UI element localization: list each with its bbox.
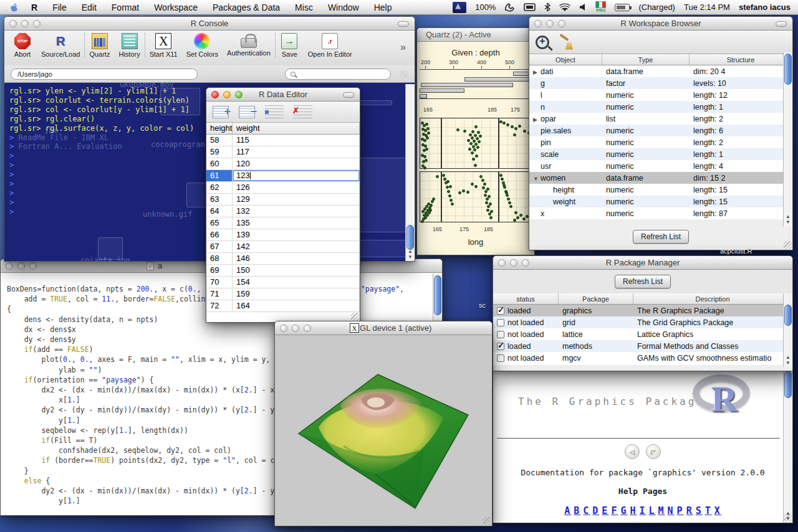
index-letter-link[interactable]: T — [705, 505, 712, 516]
minimize-button[interactable] — [292, 325, 299, 332]
volume-icon[interactable] — [579, 3, 587, 11]
scrollbar-thumb[interactable] — [406, 225, 414, 250]
close-button[interactable] — [6, 262, 13, 270]
desktop-icon-label[interactable]: sc — [479, 302, 486, 309]
index-letter-link[interactable]: G — [620, 505, 627, 516]
wifi-icon[interactable] — [559, 3, 570, 11]
close-button[interactable] — [211, 91, 219, 98]
menu-misc[interactable]: Misc — [287, 0, 320, 15]
document-proxy-icon[interactable]: r — [147, 262, 154, 270]
index-letter-link[interactable]: D — [592, 505, 599, 516]
workspace-row[interactable]: n numeric length: 1 — [529, 101, 792, 113]
column-package[interactable]: Package — [559, 293, 633, 304]
toolbar-button[interactable]: Open In Editor — [304, 33, 357, 58]
data-row[interactable]: 66 139 — [206, 229, 360, 241]
column-type[interactable]: Type — [602, 54, 690, 65]
scrollbar-arrows[interactable]: ▲▼ — [406, 249, 414, 260]
scrollbar-thumb[interactable] — [784, 305, 792, 326]
phone-icon[interactable] — [504, 2, 515, 12]
scrollbar-thumb[interactable] — [784, 371, 792, 398]
zoom-button[interactable] — [33, 20, 41, 27]
quartz-titlebar[interactable]: Quartz (2) - Active — [417, 28, 534, 42]
zoom-button[interactable] — [235, 91, 243, 98]
index-letter-link[interactable]: B — [574, 505, 580, 516]
refresh-list-button[interactable]: Refresh List — [633, 230, 689, 244]
load-checkbox[interactable] — [497, 343, 504, 350]
index-letter-link[interactable]: L — [649, 505, 656, 516]
cell-weight[interactable]: 117 — [233, 146, 360, 158]
cell-weight[interactable]: 123 — [233, 170, 360, 181]
cell-weight[interactable]: 120 — [233, 158, 360, 169]
apple-menu-icon[interactable] — [9, 2, 19, 12]
column-structure[interactable]: Structure — [690, 54, 792, 65]
load-checkbox[interactable] — [497, 331, 504, 338]
package-manager-titlebar[interactable]: R Package Manager — [493, 256, 792, 270]
minimize-button[interactable] — [546, 20, 554, 27]
zoom-button[interactable] — [29, 262, 37, 270]
workspace-row[interactable]: g factor levels: 10 — [529, 77, 792, 89]
close-button[interactable] — [498, 259, 506, 267]
scrollbar-arrows[interactable]: ▲▼ — [784, 214, 792, 225]
index-letter-link[interactable]: S — [696, 505, 703, 516]
cell-weight[interactable]: 159 — [233, 288, 360, 300]
workspace-row[interactable]: pin numeric length: 2 — [529, 136, 792, 148]
bluetooth-icon[interactable] — [544, 2, 550, 12]
column-description[interactable]: Description — [633, 293, 792, 304]
column-weight[interactable]: weight — [233, 123, 360, 134]
zoom-button[interactable] — [304, 325, 311, 332]
scrollbar-thumb[interactable] — [434, 275, 441, 315]
search-field[interactable] — [285, 69, 391, 80]
index-letter-link[interactable]: A — [564, 505, 571, 516]
index-letter-link[interactable]: I — [639, 505, 646, 516]
data-row[interactable]: 62 126 — [206, 182, 360, 194]
index-letter-link[interactable]: R — [686, 505, 693, 516]
menu-file[interactable]: File — [45, 0, 74, 15]
toolbar-button[interactable]: Authentication — [223, 33, 275, 58]
cell-weight[interactable]: 139 — [233, 229, 360, 240]
package-scrollbar[interactable]: ▲▼ — [783, 293, 792, 367]
disclosure-triangle[interactable]: ▶ — [533, 69, 541, 75]
menu-window[interactable]: Window — [320, 0, 367, 15]
toolbar-button[interactable]: History — [114, 33, 144, 58]
resize-handle[interactable] — [784, 241, 792, 249]
minimize-button[interactable] — [510, 259, 517, 267]
data-row[interactable]: 61 123 — [206, 170, 360, 182]
index-letter-link[interactable]: E — [602, 505, 608, 516]
data-editor-titlebar[interactable]: R Data Editor — [206, 88, 360, 102]
scrollbar-arrows[interactable]: ▲▼ — [784, 354, 792, 366]
menu-help[interactable]: Help — [367, 0, 400, 15]
toolbar-toggle-button[interactable] — [343, 92, 354, 98]
cell-weight[interactable]: 115 — [233, 135, 360, 146]
forward-button[interactable]: ◸ — [646, 444, 661, 459]
toolbar-toggle-button[interactable] — [776, 21, 787, 27]
data-row[interactable]: 71 159 — [206, 288, 360, 300]
data-row[interactable]: 65 135 — [206, 217, 360, 229]
zoom-button[interactable] — [558, 20, 565, 27]
keyboard-flag-icon[interactable]: PRO — [595, 1, 606, 13]
menu-format[interactable]: Format — [104, 0, 147, 15]
column-height[interactable]: height — [206, 123, 233, 134]
data-row[interactable]: 58 115 — [206, 135, 360, 146]
data-row[interactable]: 64 132 — [206, 206, 360, 217]
package-row[interactable]: not loaded grid The Grid Graphics Packag… — [493, 316, 792, 328]
toolbar-button[interactable]: Set Colors — [182, 33, 223, 58]
package-row[interactable]: not loaded mgcv GAMs with GCV smoothness… — [493, 352, 792, 364]
working-directory-field[interactable]: /Users/jago — [11, 69, 198, 80]
load-checkbox[interactable] — [497, 354, 504, 362]
package-row[interactable]: loaded methods Formal Methods and Classe… — [493, 340, 792, 352]
package-row[interactable]: loaded graphics The R Graphics Package — [493, 305, 792, 316]
back-button[interactable]: ◁ — [625, 444, 640, 459]
desktop-icon-label[interactable]: acpclust.R — [720, 247, 752, 255]
console-scrollbar[interactable]: ▲▼ — [405, 84, 415, 261]
data-row[interactable]: 69 150 — [206, 265, 360, 277]
load-checkbox[interactable] — [497, 319, 504, 326]
workspace-row[interactable]: scale numeric length: 1 — [529, 148, 792, 160]
toolbar-button[interactable]: Source/Load — [37, 33, 84, 58]
data-row[interactable]: 72 164 — [206, 300, 360, 312]
disclosure-triangle[interactable]: ▼ — [533, 176, 541, 182]
cell-weight[interactable]: 132 — [233, 206, 360, 217]
cell-weight[interactable]: 146 — [233, 253, 360, 264]
index-letter-link[interactable]: F — [611, 505, 618, 516]
package-row[interactable]: not loaded lattice Lattice Graphics — [493, 328, 792, 340]
index-letter-link[interactable]: X — [714, 505, 721, 516]
